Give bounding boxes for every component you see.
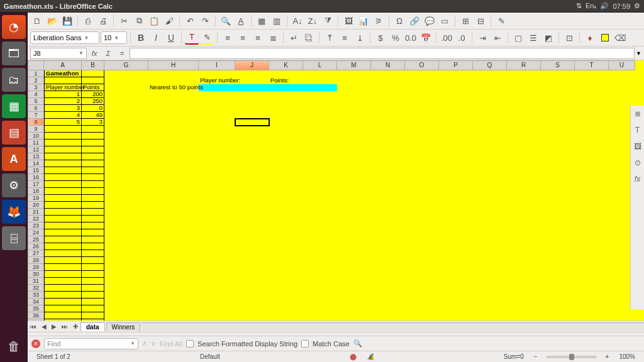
cell-G6[interactable] xyxy=(104,105,148,112)
row-header-15[interactable]: 15 xyxy=(28,167,44,174)
wrap-text-icon[interactable]: ↵ xyxy=(287,31,301,45)
cell-Q28[interactable] xyxy=(473,257,507,264)
cell-G16[interactable] xyxy=(104,174,148,181)
cell-T22[interactable] xyxy=(575,216,609,222)
cell-T30[interactable] xyxy=(575,271,609,278)
cell-I19[interactable] xyxy=(199,195,235,202)
number-format-icon[interactable]: 0.0 xyxy=(404,31,418,45)
align-left-icon[interactable]: ≡ xyxy=(221,31,235,45)
cell-T31[interactable] xyxy=(575,278,609,285)
spellcheck-icon[interactable]: A xyxy=(234,14,248,28)
cut-icon[interactable]: ✂ xyxy=(117,14,131,28)
cell-S33[interactable] xyxy=(541,292,575,299)
align-center-icon[interactable]: ≡ xyxy=(236,31,250,45)
cell-S10[interactable] xyxy=(541,133,575,140)
cell-K27[interactable] xyxy=(269,250,303,257)
cell-I14[interactable] xyxy=(199,160,235,167)
cell-K32[interactable] xyxy=(269,285,303,292)
cell-A10[interactable] xyxy=(44,133,82,140)
cell-G4[interactable] xyxy=(104,91,148,98)
clear-formatting-icon[interactable]: ⌫ xyxy=(613,31,627,45)
cell-T15[interactable] xyxy=(575,167,609,174)
cell-T28[interactable] xyxy=(575,257,609,264)
cell-P36[interactable] xyxy=(439,312,473,319)
cell-Q35[interactable] xyxy=(473,305,507,312)
cell-I31[interactable] xyxy=(199,278,235,285)
cell-J19[interactable] xyxy=(235,195,269,202)
tab-first-icon[interactable]: ⏮ xyxy=(28,323,39,330)
launcher-trash[interactable]: 🗑 xyxy=(2,334,26,358)
cell-J3[interactable] xyxy=(235,84,269,91)
cell-I8[interactable] xyxy=(199,119,235,126)
row-header-17[interactable]: 17 xyxy=(28,181,44,188)
cell-O2[interactable] xyxy=(405,77,439,84)
export-pdf-icon[interactable]: ⎙ xyxy=(81,14,95,28)
cell-K16[interactable] xyxy=(269,174,303,181)
formula-input[interactable] xyxy=(130,48,635,59)
cell-S27[interactable] xyxy=(541,250,575,257)
paste-icon[interactable]: 📋 xyxy=(147,14,161,28)
cell-M8[interactable] xyxy=(337,119,371,126)
row-header-28[interactable]: 28 xyxy=(28,257,44,264)
cell-H8[interactable] xyxy=(148,119,199,126)
cell-A21[interactable] xyxy=(44,209,82,216)
cell-Q33[interactable] xyxy=(473,292,507,299)
cell-J30[interactable] xyxy=(235,271,269,278)
cell-J23[interactable] xyxy=(235,222,269,229)
cell-H3[interactable]: Nearest to 50 points xyxy=(148,84,199,91)
cell-J34[interactable] xyxy=(235,299,269,305)
col-header-R[interactable]: R xyxy=(507,60,541,70)
cell-K35[interactable] xyxy=(269,305,303,312)
row-header-24[interactable]: 24 xyxy=(28,229,44,236)
cell-H33[interactable] xyxy=(148,292,199,299)
cell-R37[interactable] xyxy=(507,319,541,321)
launcher-calc[interactable]: ▦ xyxy=(2,94,26,118)
cell-S22[interactable] xyxy=(541,216,575,222)
cell-K37[interactable] xyxy=(269,319,303,321)
cell-I5[interactable] xyxy=(199,98,235,105)
cell-O6[interactable] xyxy=(405,105,439,112)
col-icon[interactable]: ▥ xyxy=(270,14,284,28)
cell-I20[interactable] xyxy=(199,202,235,209)
cell-R28[interactable] xyxy=(507,257,541,264)
cell-Q7[interactable] xyxy=(473,112,507,119)
save-icon[interactable]: 💾 xyxy=(60,14,74,28)
cell-J18[interactable] xyxy=(235,188,269,195)
clock[interactable]: 07:59 xyxy=(613,3,630,10)
cell-O15[interactable] xyxy=(405,167,439,174)
cell-M22[interactable] xyxy=(337,216,371,222)
cell-A19[interactable] xyxy=(44,195,82,202)
cell-B28[interactable] xyxy=(82,257,104,264)
cell-S8[interactable] xyxy=(541,119,575,126)
cell-T1[interactable] xyxy=(575,70,609,77)
cell-N28[interactable] xyxy=(371,257,405,264)
cell-S4[interactable] xyxy=(541,91,575,98)
col-header-K[interactable]: K xyxy=(269,60,303,70)
cell-M18[interactable] xyxy=(337,188,371,195)
cell-K7[interactable] xyxy=(269,112,303,119)
keyboard-indicator[interactable]: En₁ xyxy=(586,2,596,10)
cell-K25[interactable] xyxy=(269,236,303,243)
cell-K3[interactable] xyxy=(269,84,303,91)
cell-G20[interactable] xyxy=(104,202,148,209)
cell-A35[interactable] xyxy=(44,305,82,312)
cell-J7[interactable] xyxy=(235,112,269,119)
launcher-files[interactable]: 🗔 xyxy=(2,41,26,65)
cell-P7[interactable] xyxy=(439,112,473,119)
cell-Q30[interactable] xyxy=(473,271,507,278)
copy-icon[interactable]: ⧉ xyxy=(132,14,146,28)
cell-S32[interactable] xyxy=(541,285,575,292)
cell-B14[interactable] xyxy=(82,160,104,167)
cell-N21[interactable] xyxy=(371,209,405,216)
underline-button[interactable]: U xyxy=(164,31,178,45)
cell-Q8[interactable] xyxy=(473,119,507,126)
cell-R8[interactable] xyxy=(507,119,541,126)
cell-L29[interactable] xyxy=(303,264,337,271)
cell-A26[interactable] xyxy=(44,243,82,250)
cell-K4[interactable] xyxy=(269,91,303,98)
col-header-G[interactable]: G xyxy=(104,60,148,70)
col-header-T[interactable]: T xyxy=(575,60,609,70)
launcher-software[interactable]: A xyxy=(2,147,26,171)
cell-J6[interactable] xyxy=(235,105,269,112)
cell-P32[interactable] xyxy=(439,285,473,292)
